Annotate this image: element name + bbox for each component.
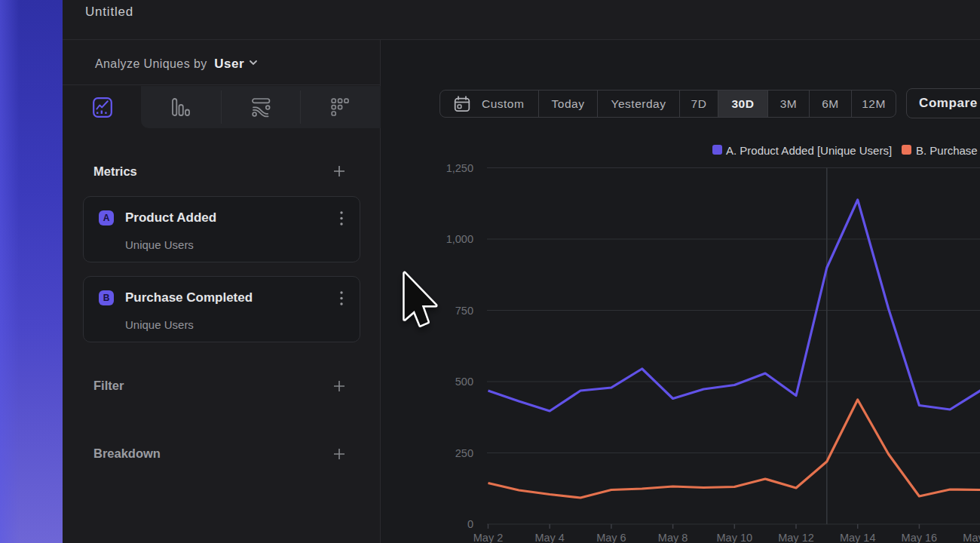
svg-text:May 6: May 6	[596, 532, 626, 543]
svg-text:0: 0	[467, 518, 473, 530]
svg-text:May 8: May 8	[658, 532, 688, 543]
svg-text:May 2: May 2	[473, 532, 504, 543]
svg-text:May 10: May 10	[717, 532, 753, 543]
svg-text:1,250: 1,250	[446, 162, 473, 174]
svg-text:500: 500	[455, 376, 473, 388]
svg-text:May 18: May 18	[963, 532, 980, 543]
svg-text:750: 750	[455, 305, 473, 317]
svg-text:May 4: May 4	[534, 532, 565, 543]
svg-text:May 16: May 16	[902, 532, 938, 543]
svg-text:250: 250	[455, 447, 473, 459]
svg-text:1,000: 1,000	[446, 233, 473, 245]
svg-text:May 12: May 12	[778, 532, 814, 543]
svg-text:May 14: May 14	[840, 532, 876, 543]
